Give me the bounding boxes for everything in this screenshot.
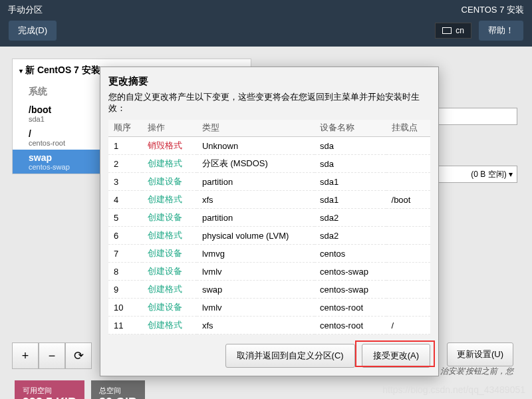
done-button[interactable]: 完成(D) [8, 20, 57, 41]
table-row[interactable]: 10创建设备lvmlvcentos-root [108, 299, 430, 317]
table-row[interactable]: 4创建格式xfssda1/boot [108, 191, 430, 209]
update-settings-button[interactable]: 更新设置(U) [447, 342, 513, 366]
col-mount[interactable]: 挂载点 [386, 120, 430, 137]
table-row[interactable]: 5创建设备partitionsda2 [108, 209, 430, 227]
table-row[interactable]: 3创建设备partitionsda1 [108, 173, 430, 191]
screen-title: 手动分区 [8, 4, 57, 16]
chevron-down-icon: ▾ [19, 67, 23, 74]
installer-title: CENTOS 7 安装 [435, 4, 524, 16]
changes-table: 顺序 操作 类型 设备名称 挂载点 1销毁格式Unknownsda2创建格式分区… [108, 120, 430, 334]
col-device[interactable]: 设备名称 [315, 120, 386, 137]
dialog-description: 您的自定义更改将产生以下变更，这些变更将会在您返回到主菜单并开始安装时生效： [108, 92, 430, 114]
help-button[interactable]: 帮助！ [478, 20, 524, 41]
reload-button[interactable]: ⟳ [65, 342, 92, 369]
accept-changes-button[interactable]: 接受更改(A) [362, 344, 430, 368]
keyboard-icon [442, 27, 452, 34]
available-space-value: 992.5 KiB [23, 396, 76, 399]
total-space-value: 30 GiB [99, 396, 137, 399]
col-type[interactable]: 类型 [197, 120, 315, 137]
table-row[interactable]: 6创建格式physical volume (LVM)sda2 [108, 227, 430, 245]
table-row[interactable]: 9创建格式swapcentos-swap [108, 281, 430, 299]
table-row[interactable]: 8创建设备lvmlvcentos-swap [108, 263, 430, 281]
col-order[interactable]: 顺序 [108, 120, 142, 137]
keyboard-layout-indicator[interactable]: cn [435, 23, 471, 39]
table-row[interactable]: 2创建格式分区表 (MSDOS)sda [108, 155, 430, 173]
dialog-title: 更改摘要 [108, 75, 430, 88]
table-row[interactable]: 7创建设备lvmvgcentos [108, 245, 430, 263]
cancel-return-button[interactable]: 取消并返回到自定义分区(C) [225, 344, 355, 368]
add-partition-button[interactable]: + [12, 342, 39, 369]
table-row[interactable]: 11创建格式xfscentos-root/ [108, 317, 430, 334]
summary-dialog: 更改摘要 您的自定义更改将产生以下变更，这些变更将会在您返回到主菜单并开始安装时… [100, 66, 439, 376]
remove-partition-button[interactable]: − [39, 342, 65, 369]
partition-toolbar: + − ⟳ [12, 342, 92, 369]
keyboard-layout-label: cn [456, 26, 464, 35]
space-summary: 可用空间 992.5 KiB 总空间 30 GiB [15, 380, 145, 399]
top-bar: 手动分区 完成(D) CENTOS 7 安装 cn 帮助！ [0, 0, 532, 47]
col-operation[interactable]: 操作 [142, 120, 197, 137]
hint-text: 治安装'按钮之前，您 [440, 366, 513, 377]
available-space-label: 可用空间 [23, 386, 76, 396]
total-space-box: 总空间 30 GiB [91, 380, 145, 399]
install-group-label: 新 CentOS 7 安装 [25, 65, 100, 76]
watermark-text: https://blog.csdn.net/qq_43489051 [382, 384, 525, 395]
total-space-label: 总空间 [99, 386, 137, 396]
available-space-box: 可用空间 992.5 KiB [15, 380, 84, 399]
table-row[interactable]: 1销毁格式Unknownsda [108, 137, 430, 155]
